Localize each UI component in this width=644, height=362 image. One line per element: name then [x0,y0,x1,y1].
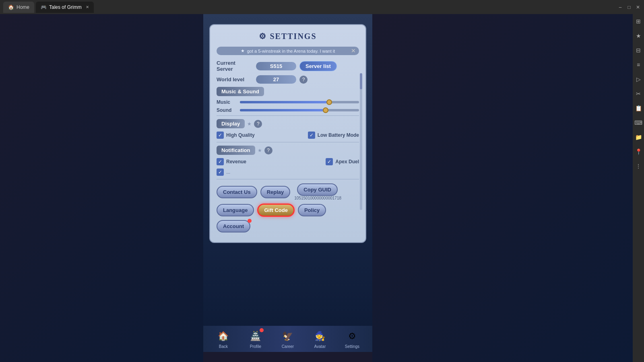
music-label: Music [217,99,237,105]
divider-2 [217,142,359,142]
button-row-2: Language Gift Code Policy [217,204,359,217]
restore-button[interactable]: □ [626,4,632,10]
divider-3 [217,179,359,179]
sidebar-play-icon[interactable]: ▷ [634,75,642,83]
music-slider-thumb[interactable] [326,99,332,105]
partial-checkbox[interactable]: ✓ [217,169,224,176]
partial-label: ... [226,169,230,175]
sidebar-minus-icon[interactable]: ⊟ [634,46,642,54]
nav-profile-label: Profile [250,344,261,349]
sound-slider-track[interactable] [240,109,359,111]
display-help-icon[interactable]: ? [254,120,262,128]
settings-title-text: ⚙ SETTINGS [259,32,316,41]
apex-duel-row: ✓ Apex Duel [326,158,359,165]
sidebar-keyboard-icon[interactable]: ⌨ [634,119,642,127]
tab-home[interactable]: 🏠 Home [3,2,34,13]
sidebar-star-icon[interactable]: ★ [634,32,642,40]
high-quality-checkbox[interactable]: ✓ [217,132,224,139]
contact-us-button[interactable]: Contact Us [217,186,257,198]
display-star-icon: ★ [247,121,252,127]
sidebar-clipboard-icon[interactable]: 📋 [634,104,642,112]
server-list-button[interactable]: Server list [299,61,337,71]
low-battery-label: Low Battery Mode [318,132,359,138]
close-window-button[interactable]: ✕ [635,4,641,10]
guid-text: 105150100000000001718 [294,196,341,200]
home-tab-label: Home [17,4,29,10]
left-background [0,14,203,362]
nav-back[interactable]: 🏠 Back [216,329,231,349]
tab-tales-of-grimm[interactable]: 🎮 Tales of Grimm ✕ [36,2,94,13]
display-options-row: ✓ High Quality ✓ Low Battery Mode [217,132,359,139]
low-battery-row: ✓ Low Battery Mode [308,132,359,139]
sidebar-folder-icon[interactable]: 📁 [634,133,642,141]
display-label: Display [221,121,240,127]
home-tab-icon: 🏠 [8,4,14,10]
music-slider-track[interactable] [240,101,359,103]
language-button[interactable]: Language [217,204,254,216]
replay-button[interactable]: Replay [260,186,291,198]
notification-text: got a 5-winstreak in the Arena today. I … [247,49,335,53]
buttons-section: Contact Us Replay Copy GUID 105150100000… [217,183,359,232]
settings-modal: ⚙ SETTINGS ★ got a 5-winstreak in the Ar… [209,24,366,243]
sidebar-menu-icon[interactable]: ≡ [634,61,642,69]
modal-scrollbar[interactable] [360,73,362,210]
minimize-button[interactable]: – [617,4,623,10]
account-button[interactable]: Account [217,220,250,232]
high-quality-row: ✓ High Quality [217,132,255,139]
button-row-1: Contact Us Replay Copy GUID 105150100000… [217,183,359,200]
notification-star-icon2: ★ [258,148,262,153]
sidebar-more-icon[interactable]: ⋮ [634,162,642,170]
current-server-row: Current Server S515 Server list [217,60,359,72]
revenue-checkbox[interactable]: ✓ [217,158,224,165]
apex-duel-label: Apex Duel [335,159,359,165]
policy-button[interactable]: Policy [298,204,326,216]
account-container: Account [217,220,250,232]
nav-career[interactable]: 🦅 Career [281,329,295,349]
notification-help-icon[interactable]: ? [264,146,272,154]
game-area: ⚙ SETTINGS ★ got a 5-winstreak in the Ar… [203,14,372,352]
sidebar-grid-icon[interactable]: ⊞ [634,17,642,25]
gift-code-button[interactable]: Gift Code [257,204,295,217]
sound-slider-thumb[interactable] [323,107,328,113]
sound-slider-fill [240,109,326,111]
server-value: S515 [256,62,296,70]
tab-close-icon[interactable]: ✕ [86,5,89,9]
nav-back-icon: 🏠 [216,329,231,343]
nav-profile[interactable]: 🏯 Profile [248,329,263,349]
world-level-row: World level 27 ? [217,75,359,84]
nav-avatar-label: Avatar [314,344,326,349]
world-level-label: World level [217,76,253,82]
copy-guid-container: Copy GUID 105150100000000001718 [293,183,341,200]
apex-duel-checkbox[interactable]: ✓ [326,158,333,165]
sidebar-location-icon[interactable]: 📍 [634,148,642,156]
button-row-3: Account [217,220,359,232]
right-sidebar: ⊞ ★ ⊟ ≡ ▷ ✂ 📋 ⌨ 📁 📍 ⋮ [633,14,644,362]
window-controls: – □ ✕ [617,4,641,10]
notification-partial-row: ✓ ... [217,169,359,176]
revenue-row: ✓ Revenue [217,158,246,165]
revenue-label: Revenue [226,159,246,165]
nav-settings-icon: ⚙ [345,329,359,343]
world-level-help-icon[interactable]: ? [299,76,308,84]
nav-career-icon: 🦅 [281,329,295,343]
nav-avatar-icon: 🧙 [313,329,327,343]
profile-badge [260,328,264,332]
tab-bar: 🏠 Home 🎮 Tales of Grimm ✕ [3,2,616,13]
nav-avatar[interactable]: 🧙 Avatar [313,329,327,349]
copy-guid-button[interactable]: Copy GUID [297,183,338,196]
notification-options-row: ✓ Revenue ✓ Apex Duel [217,158,359,165]
bottom-nav: 🏠 Back 🏯 Profile 🦅 Career 🧙 Avatar ⚙ Set… [203,326,372,352]
settings-title: ⚙ SETTINGS [217,31,359,41]
nav-settings[interactable]: ⚙ Settings [345,329,359,349]
browser-chrome: 🏠 Home 🎮 Tales of Grimm ✕ – □ ✕ [0,0,644,14]
sidebar-scissors-icon[interactable]: ✂ [634,90,642,98]
account-badge [248,219,252,223]
banner-close-button[interactable]: ✕ [351,47,356,54]
music-slider-fill [240,101,329,103]
notification-header-row: Notification ★ ? [217,146,359,155]
music-sound-section-header: Music & Sound [217,87,264,96]
low-battery-checkbox[interactable]: ✓ [308,132,315,139]
divider-1 [217,115,359,116]
tales-tab-label: Tales of Grimm [49,4,82,10]
nav-back-label: Back [219,344,228,349]
